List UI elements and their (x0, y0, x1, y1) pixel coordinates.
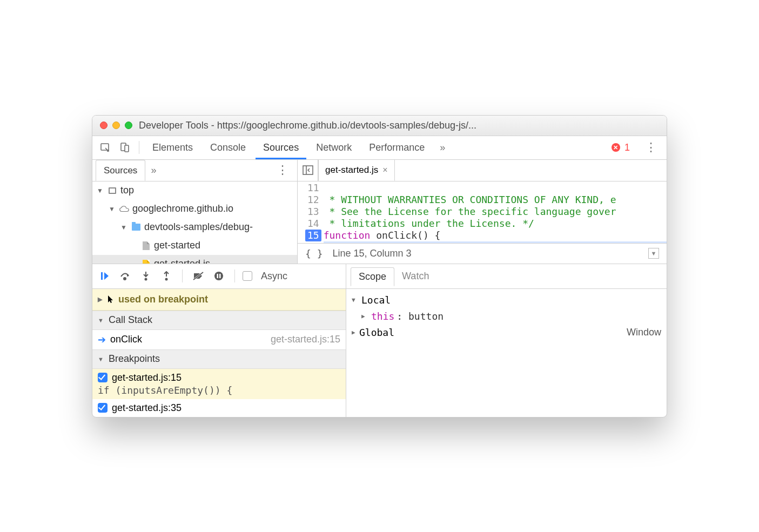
svg-point-7 (145, 278, 147, 281)
tree-domain[interactable]: ▼ googlechrome.github.io (92, 200, 297, 218)
tab-elements[interactable]: Elements (145, 136, 200, 159)
debugger-left: Async ▶ used on breakpoint ▼ Call Stack … (92, 264, 346, 417)
step-into-icon[interactable] (138, 268, 154, 284)
navigator-pane: Sources » ⋮ ▼ top ▼ googlechrome.github.… (92, 160, 298, 264)
file-tab-label: get-started.js (325, 165, 378, 176)
disclosure-icon[interactable]: ▶ (352, 329, 359, 336)
call-stack-header[interactable]: ▼ Call Stack (92, 311, 346, 330)
code-line-current: if (inputsAreEmpty()) { (324, 241, 667, 243)
folder-icon (132, 224, 140, 231)
scope-var: this (371, 311, 394, 322)
svg-rect-12 (217, 274, 219, 278)
svg-point-6 (124, 278, 126, 280)
disclosure-icon[interactable]: ▼ (97, 187, 104, 194)
code-editor[interactable]: 11 12 13 14 15 16 17 * WITHOUT WARRANTIE… (298, 181, 667, 243)
editor-pane: get-started.js × 11 12 13 14 15 16 17 * … (298, 160, 667, 264)
error-count[interactable]: 1 (624, 142, 630, 153)
tab-scope[interactable]: Scope (351, 267, 394, 286)
maximize-icon[interactable] (125, 122, 132, 129)
frame-icon (109, 187, 116, 194)
panel-tabs: Elements Console Sources Network Perform… (92, 136, 667, 160)
sources-subtab[interactable]: Sources (96, 160, 145, 181)
disclosure-icon[interactable]: ▼ (120, 224, 128, 231)
breakpoint-checkbox[interactable] (98, 403, 108, 413)
code-line: * WITHOUT WARRANTIES OR CONDITIONS OF AN… (324, 194, 616, 205)
step-out-icon[interactable] (158, 268, 174, 284)
disclosure-icon[interactable]: ▶ (98, 296, 105, 303)
minimize-icon[interactable] (112, 122, 120, 129)
svg-point-11 (214, 272, 223, 280)
more-subtabs-icon[interactable]: » (145, 165, 162, 176)
tree-top[interactable]: ▼ top (92, 181, 297, 200)
breakpoint-item[interactable]: get-started.js:15 if (inputsAreEmpty()) … (92, 369, 346, 399)
divider (182, 270, 183, 282)
step-over-icon[interactable] (117, 268, 133, 284)
line-number: 14 (305, 218, 319, 230)
svg-rect-5 (101, 272, 103, 280)
line-number: 11 (305, 182, 319, 194)
svg-rect-13 (219, 274, 221, 278)
gutter[interactable]: 11 12 13 14 15 16 17 (298, 181, 324, 243)
tree-file-html[interactable]: get-started (92, 237, 297, 255)
tree-folder[interactable]: ▼ devtools-samples/debug- (92, 218, 297, 237)
device-icon[interactable] (116, 139, 133, 156)
tab-network[interactable]: Network (308, 136, 359, 159)
scope-local[interactable]: ▼ Local (352, 292, 661, 308)
tab-watch[interactable]: Watch (394, 267, 436, 285)
error-icon[interactable]: ✕ (612, 143, 620, 152)
navigator-menu-icon[interactable]: ⋮ (271, 163, 294, 177)
disclosure-icon[interactable]: ▼ (98, 356, 105, 362)
dropdown-icon[interactable]: ▼ (648, 248, 659, 259)
editor-status: { } Line 15, Column 3 ▼ (298, 243, 667, 264)
svg-rect-0 (101, 144, 109, 150)
debugger-toolbar: Async (92, 264, 346, 289)
tab-sources[interactable]: Sources (256, 136, 306, 159)
scope-global[interactable]: ▶ Global Window (352, 325, 661, 340)
scope-value: Window (627, 327, 661, 338)
show-navigator-icon[interactable] (298, 160, 318, 181)
disclosure-icon[interactable]: ▼ (352, 297, 359, 304)
breakpoint-line-number[interactable]: 15 (305, 230, 321, 241)
close-icon[interactable] (100, 122, 108, 129)
divider (234, 270, 235, 282)
code-line: function onClick() { (324, 230, 441, 241)
inspect-icon[interactable] (97, 139, 114, 156)
file-icon (143, 241, 150, 250)
window-title: Developer Tools - https://googlechrome.g… (139, 120, 476, 131)
tab-performance[interactable]: Performance (361, 136, 432, 159)
navigator-tabs: Sources » ⋮ (92, 160, 297, 181)
more-tabs-icon[interactable]: » (434, 142, 451, 153)
code-line: * limitations under the License. */ (324, 218, 534, 229)
breakpoints-header[interactable]: ▼ Breakpoints (92, 349, 346, 369)
scope-this[interactable]: ▶ this: button (352, 308, 661, 325)
breakpoint-item[interactable]: get-started.js:35 (92, 399, 346, 417)
close-tab-icon[interactable]: × (382, 165, 387, 175)
disclosure-icon[interactable]: ▶ (361, 313, 369, 320)
cloud-icon (119, 204, 129, 214)
disclosure-icon[interactable]: ▼ (98, 317, 105, 324)
stack-frame[interactable]: ➔ onClick get-started.js:15 (92, 330, 346, 349)
breakpoint-checkbox[interactable] (98, 373, 108, 382)
paused-banner: ▶ used on breakpoint (92, 289, 346, 311)
line-number: 16 (305, 241, 319, 243)
pause-exceptions-icon[interactable] (211, 268, 227, 284)
tree-label: googlechrome.github.io (132, 203, 233, 214)
async-checkbox[interactable] (243, 271, 252, 281)
tree-label: top (120, 185, 134, 196)
deactivate-breakpoints-icon[interactable] (190, 268, 206, 284)
cursor-icon (108, 295, 115, 304)
disclosure-icon[interactable]: ▼ (109, 205, 116, 213)
line-number: 13 (305, 206, 319, 218)
stack-function: onClick (110, 334, 142, 345)
tab-console[interactable]: Console (203, 136, 253, 159)
file-tab[interactable]: get-started.js × (318, 160, 395, 181)
svg-point-8 (165, 278, 168, 281)
breakpoint-label: get-started.js:35 (112, 402, 182, 414)
resume-icon[interactable] (97, 268, 113, 284)
tree-file-js[interactable]: get-started.js (92, 255, 297, 264)
pretty-print-icon[interactable]: { } (305, 248, 323, 259)
tree-label: get-started (154, 240, 200, 251)
settings-menu-icon[interactable]: ⋮ (640, 140, 662, 154)
debugger-area: Async ▶ used on breakpoint ▼ Call Stack … (92, 264, 667, 417)
section-title: Call Stack (109, 314, 152, 326)
